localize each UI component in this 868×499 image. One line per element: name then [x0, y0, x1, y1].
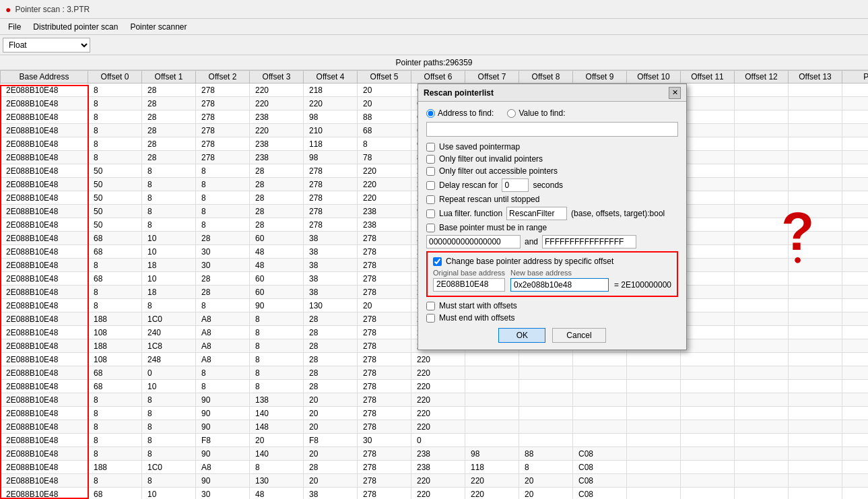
menu-bar: File Distributed pointer scan Pointer sc…	[0, 19, 868, 35]
checkbox-use-saved-label: Use saved pointermap	[439, 142, 520, 152]
checkbox-repeat-label: Repeat rescan until stopped	[439, 195, 539, 204]
radio-row: Address to find: Value to find:	[426, 108, 678, 118]
title-bar: ● Pointer scan : 3.PTR	[0, 0, 868, 19]
modal-title: Rescan pointerlist	[424, 88, 494, 98]
range-and-label: and	[525, 237, 538, 246]
original-addr-value: 2E088B10E48	[433, 278, 505, 292]
ok-button[interactable]: OK	[498, 328, 545, 343]
new-addr-col-header: New base address	[510, 269, 609, 277]
checkbox-delay-input[interactable]	[426, 181, 435, 190]
checkbox-filter-invalid-input[interactable]	[426, 155, 435, 164]
menu-pointer-scanner[interactable]: Pointer scanner	[125, 21, 192, 33]
checkbox-must-start: Must start with offsets	[426, 301, 678, 310]
checkbox-must-start-label: Must start with offsets	[439, 301, 517, 310]
addr-equals-result: = 2E100000000	[614, 280, 671, 290]
checkbox-repeat-input[interactable]	[426, 195, 435, 204]
checkbox-lua-input[interactable]	[426, 209, 435, 218]
checkbox-range-input[interactable]	[426, 224, 435, 232]
range-min-input[interactable]	[426, 235, 521, 248]
radio-value[interactable]	[507, 109, 516, 118]
delay-seconds-input[interactable]	[502, 178, 529, 192]
menu-distributed[interactable]: Distributed pointer scan	[28, 21, 123, 33]
new-addr-input[interactable]	[510, 278, 609, 292]
address-input[interactable]	[426, 122, 678, 137]
checkbox-must-end: Must end with offsets	[426, 313, 678, 323]
checkbox-delay-label: Delay rescan for	[439, 180, 498, 190]
main-content: Base AddressOffset 0Offset 1Offset 2Offs…	[0, 70, 868, 499]
checkbox-must-end-label: Must end with offsets	[439, 313, 515, 323]
cancel-button[interactable]: Cancel	[552, 328, 605, 343]
title-bar-text: Pointer scan : 3.PTR	[15, 5, 90, 14]
modal-close-button[interactable]: ✕	[669, 87, 681, 99]
checkbox-filter-invalid: Only filter out invalid pointers	[426, 154, 678, 164]
addr-table: Original base address New base address 2…	[433, 269, 671, 292]
app-icon: ●	[5, 4, 11, 15]
pointer-paths-bar: Pointer paths:296359	[0, 55, 868, 70]
rescan-modal: Rescan pointerlist ✕ Address to find: Va…	[418, 84, 687, 350]
radio-value-label[interactable]: Value to find:	[507, 108, 565, 118]
range-row: and	[426, 235, 678, 248]
checkbox-filter-accessible: Only filter out accessible pointers	[426, 166, 678, 176]
checkbox-use-saved: Use saved pointermap	[426, 142, 678, 152]
change-addr-section: Change base pointer address by specific …	[426, 251, 678, 297]
menu-file[interactable]: File	[3, 21, 26, 33]
checkbox-lua-label: Lua filter. function	[439, 209, 502, 218]
range-max-input[interactable]	[542, 235, 636, 248]
button-row: OK Cancel	[426, 328, 678, 343]
lua-function-input[interactable]	[506, 207, 567, 220]
change-addr-checkbox-row: Change base pointer address by specific …	[433, 257, 671, 266]
checkbox-filter-accessible-input[interactable]	[426, 167, 435, 176]
checkbox-range-label: Base pointer must be in range	[439, 223, 547, 232]
checkbox-must-end-input[interactable]	[426, 314, 435, 323]
modal-body: Address to find: Value to find: Use save…	[418, 102, 686, 350]
original-addr-col-header: Original base address	[433, 269, 505, 277]
checkbox-use-saved-input[interactable]	[426, 143, 435, 152]
radio-address[interactable]	[426, 109, 435, 118]
lua-filter-row: Lua filter. function (base, offsets, tar…	[426, 207, 678, 220]
checkbox-filter-accessible-label: Only filter out accessible pointers	[439, 166, 558, 176]
type-dropdown[interactable]: FloatDoubleIntegerByte2 Bytes4 Bytes8 By…	[3, 38, 90, 53]
checkbox-change-addr-label: Change base pointer address by specific …	[446, 257, 613, 266]
delay-seconds-label: seconds	[533, 180, 563, 190]
checkbox-must-start-input[interactable]	[426, 302, 435, 310]
pointer-paths-label: Pointer paths:296359	[395, 58, 472, 67]
checkbox-filter-invalid-label: Only filter out invalid pointers	[439, 154, 543, 164]
lua-function-suffix: (base, offsets, target):bool	[571, 209, 665, 218]
delay-row: Delay rescan for seconds	[426, 178, 678, 192]
modal-title-bar: Rescan pointerlist ✕	[418, 84, 686, 102]
checkbox-repeat: Repeat rescan until stopped	[426, 195, 678, 204]
modal-overlay: Rescan pointerlist ✕ Address to find: Va…	[0, 70, 868, 499]
radio-address-label[interactable]: Address to find:	[426, 108, 494, 118]
toolbar: FloatDoubleIntegerByte2 Bytes4 Bytes8 By…	[0, 35, 868, 55]
checkbox-change-addr-input[interactable]	[433, 257, 442, 266]
checkbox-range: Base pointer must be in range	[426, 223, 678, 232]
